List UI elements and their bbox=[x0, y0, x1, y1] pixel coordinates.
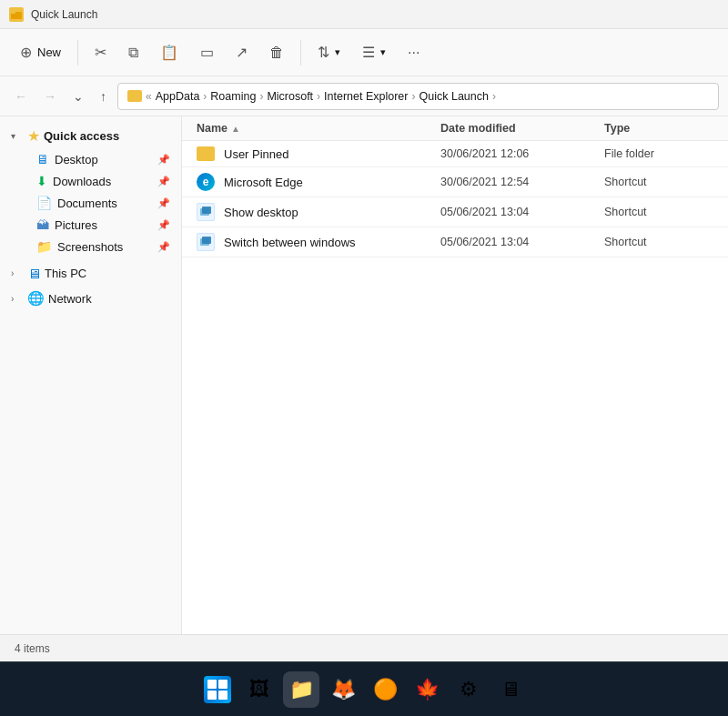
path-folder-icon bbox=[127, 90, 142, 102]
thispc-label: This PC bbox=[45, 267, 86, 280]
file-type: File folder bbox=[604, 147, 713, 160]
pin-icon-downloads: 📌 bbox=[157, 176, 170, 187]
sidebar-downloads-label: Downloads bbox=[53, 175, 152, 188]
network-label: Network bbox=[48, 292, 92, 306]
sort-button[interactable]: ⇅ ▾ bbox=[308, 38, 349, 66]
title-bar-folder-icon bbox=[9, 7, 24, 22]
sidebar-item-network[interactable]: › 🌐 Network bbox=[4, 286, 177, 311]
forward-button[interactable]: → bbox=[38, 86, 62, 107]
pin-icon-pictures: 📌 bbox=[157, 219, 170, 231]
game-icon: 🍁 bbox=[415, 678, 440, 701]
table-row[interactable]: e Microsoft Edge 30/06/2021 12:54 Shortc… bbox=[182, 167, 728, 197]
sidebar-item-screenshots[interactable]: 📁 Screenshots 📌 bbox=[4, 236, 177, 257]
sidebar-item-downloads[interactable]: ⬇ Downloads 📌 bbox=[4, 170, 177, 192]
column-header-type[interactable]: Type bbox=[604, 122, 713, 135]
file-date: 30/06/2021 12:54 bbox=[440, 176, 604, 188]
sidebar-desktop-label: Desktop bbox=[55, 153, 152, 166]
pin-icon-desktop: 📌 bbox=[157, 154, 170, 166]
vlc-button[interactable]: 🟠 bbox=[367, 671, 403, 708]
toolbar-separator-2 bbox=[300, 40, 301, 66]
firefox-icon: 🦊 bbox=[331, 678, 356, 701]
column-header-date[interactable]: Date modified bbox=[440, 122, 604, 135]
file-name: Switch between windows bbox=[224, 236, 356, 249]
file-type: Shortcut bbox=[604, 236, 713, 248]
status-text: 4 items bbox=[15, 642, 50, 655]
table-row[interactable]: Switch between windows 05/06/2021 13:04 … bbox=[182, 227, 728, 257]
pictures-icon: 🏔 bbox=[36, 217, 49, 232]
sort-chevron: ▾ bbox=[335, 46, 340, 58]
file-name: User Pinned bbox=[224, 147, 289, 161]
sidebar-item-desktop[interactable]: 🖥 Desktop 📌 bbox=[4, 148, 177, 170]
share-button[interactable]: ↗ bbox=[227, 38, 257, 66]
sidebar-item-thispc[interactable]: › 🖥 This PC bbox=[4, 261, 177, 286]
shortcut-icon bbox=[197, 203, 215, 221]
view-icon: ☰ bbox=[362, 44, 375, 61]
settings-icon: ⚙ bbox=[460, 678, 478, 701]
paste-icon: 📋 bbox=[160, 44, 178, 61]
svg-rect-3 bbox=[202, 207, 211, 214]
address-bar: ← → ⌄ ↑ « AppData › Roaming › Microsoft … bbox=[0, 76, 728, 116]
file-type: Shortcut bbox=[604, 206, 713, 218]
explorer-button[interactable]: 📁 bbox=[283, 671, 319, 708]
main-content: ▾ ★ Quick access 🖥 Desktop 📌 ⬇ Downloads… bbox=[0, 116, 728, 634]
cut-icon: ✂ bbox=[95, 44, 106, 61]
column-header-name[interactable]: Name ▲ bbox=[197, 122, 440, 135]
downloads-icon: ⬇ bbox=[36, 174, 47, 188]
sidebar-item-documents[interactable]: 📄 Documents 📌 bbox=[4, 192, 177, 214]
table-row[interactable]: Show desktop 05/06/2021 13:04 Shortcut bbox=[182, 197, 728, 227]
view-button[interactable]: ☰ ▾ bbox=[353, 38, 395, 66]
rename-button[interactable]: ▭ bbox=[191, 38, 223, 66]
sort-arrow-name: ▲ bbox=[231, 124, 240, 134]
address-path[interactable]: « AppData › Roaming › Microsoft › Intern… bbox=[117, 83, 719, 110]
copy-button[interactable]: ⧉ bbox=[119, 39, 147, 66]
quick-access-section: ▾ ★ Quick access 🖥 Desktop 📌 ⬇ Downloads… bbox=[0, 124, 181, 257]
shortcut-icon-2 bbox=[197, 233, 215, 251]
desktop-icon: 🖥 bbox=[36, 152, 49, 166]
file-date: 30/06/2021 12:06 bbox=[440, 147, 604, 160]
title-bar-text: Quick Launch bbox=[31, 8, 97, 21]
new-button[interactable]: ⊕ New bbox=[11, 38, 70, 66]
more-icon: ··· bbox=[408, 45, 420, 61]
game-button[interactable]: 🍁 bbox=[409, 671, 445, 708]
back-button[interactable]: ← bbox=[9, 86, 33, 107]
screenshots-icon: 📁 bbox=[36, 239, 52, 254]
up-button[interactable]: ↑ bbox=[95, 86, 112, 107]
thispc-icon: 🖥 bbox=[27, 266, 41, 281]
file-date: 05/06/2021 13:04 bbox=[440, 236, 604, 248]
sidebar-item-pictures[interactable]: 🏔 Pictures 📌 bbox=[4, 214, 177, 236]
sort-icon: ⇅ bbox=[318, 44, 329, 61]
file-type: Shortcut bbox=[604, 176, 713, 188]
firefox-button[interactable]: 🦊 bbox=[325, 671, 361, 708]
file-name-cell: Switch between windows bbox=[197, 233, 440, 251]
documents-icon: 📄 bbox=[36, 196, 52, 210]
recent-button[interactable]: ⌄ bbox=[67, 86, 89, 107]
settings-button[interactable]: ⚙ bbox=[450, 671, 487, 708]
cut-button[interactable]: ✂ bbox=[86, 38, 116, 66]
table-row[interactable]: User Pinned 30/06/2021 12:06 File folder bbox=[182, 141, 728, 167]
file-list-header: Name ▲ Date modified Type bbox=[182, 116, 728, 141]
file-name: Show desktop bbox=[224, 206, 298, 219]
display-icon: 🖥 bbox=[500, 678, 521, 701]
pin-icon-documents: 📌 bbox=[157, 197, 170, 209]
path-microsoft: Microsoft bbox=[267, 90, 313, 103]
delete-button[interactable]: 🗑 bbox=[260, 39, 293, 66]
new-icon: ⊕ bbox=[20, 44, 32, 61]
gallery-button[interactable]: 🖼 bbox=[241, 671, 278, 708]
delete-icon: 🗑 bbox=[269, 45, 284, 61]
paste-button[interactable]: 📋 bbox=[151, 38, 187, 66]
vlc-icon: 🟠 bbox=[373, 678, 398, 701]
quick-access-chevron: ▾ bbox=[11, 131, 24, 141]
display-button[interactable]: 🖥 bbox=[492, 671, 529, 708]
path-roaming: Roaming bbox=[210, 90, 256, 103]
more-button[interactable]: ··· bbox=[399, 39, 429, 66]
new-label: New bbox=[37, 45, 61, 59]
path-quicklaunch: Quick Launch bbox=[420, 90, 489, 103]
windows-start-button[interactable] bbox=[199, 671, 236, 708]
svg-rect-5 bbox=[202, 237, 211, 244]
sidebar-documents-label: Documents bbox=[57, 197, 152, 210]
folder-icon bbox=[197, 146, 215, 161]
file-name: Microsoft Edge bbox=[224, 176, 303, 189]
quick-access-header[interactable]: ▾ ★ Quick access bbox=[4, 124, 177, 148]
explorer-icon: 📁 bbox=[289, 678, 314, 701]
pin-icon-screenshots: 📌 bbox=[157, 241, 170, 253]
